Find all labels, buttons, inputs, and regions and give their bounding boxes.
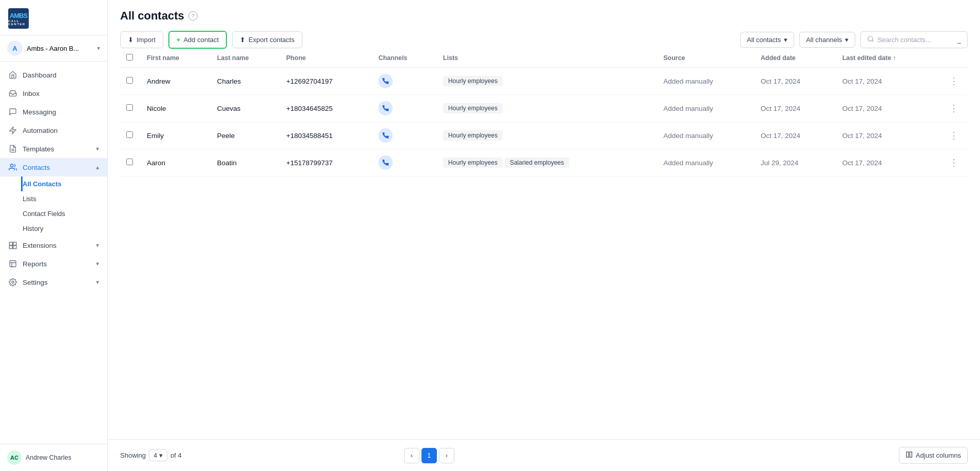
- chevron-down-icon: ▾: [96, 242, 99, 249]
- cell-first-name: Aaron: [141, 149, 211, 176]
- automation-icon: [8, 126, 17, 135]
- sidebar-item-templates[interactable]: Templates ▾: [0, 140, 107, 158]
- showing-info: Showing 4 ▾ of 4: [120, 449, 182, 461]
- account-switcher[interactable]: A Ambs - Aaron B... ▾: [0, 35, 107, 62]
- sidebar-item-label: Automation: [23, 127, 99, 134]
- cell-last-name: Peele: [211, 122, 280, 149]
- phone-channel-icon: [378, 74, 393, 88]
- cell-source: Added manually: [657, 68, 755, 95]
- contacts-submenu: All Contacts Lists Contact Fields Histor…: [0, 176, 107, 236]
- col-added-date[interactable]: Added date: [755, 49, 836, 68]
- sidebar-item-lists[interactable]: Lists: [23, 191, 107, 206]
- cell-lists: Hourly employeesSalaried employees: [437, 149, 657, 176]
- sidebar-item-messaging[interactable]: Messaging: [0, 103, 107, 121]
- adjust-columns-button[interactable]: Adjust columns: [899, 447, 968, 464]
- search-box[interactable]: _: [860, 31, 968, 48]
- sidebar: AMBS CALL CENTER A Ambs - Aaron B... ▾ D…: [0, 0, 108, 471]
- sidebar-item-extensions[interactable]: Extensions ▾: [0, 236, 107, 254]
- chevron-down-icon: ▾: [845, 36, 849, 44]
- add-contact-button[interactable]: + Add contact: [168, 31, 227, 49]
- sidebar-item-history[interactable]: History: [23, 221, 107, 236]
- list-tag: Salaried employees: [505, 158, 569, 168]
- cell-phone: +12692704197: [280, 68, 373, 95]
- sidebar-item-contact-fields[interactable]: Contact Fields: [23, 206, 107, 221]
- row-checkbox[interactable]: [126, 104, 133, 111]
- reports-icon: [8, 259, 17, 268]
- row-more-button[interactable]: ⋮: [946, 74, 962, 88]
- sidebar-item-dashboard[interactable]: Dashboard: [0, 66, 107, 84]
- sidebar-item-inbox[interactable]: Inbox: [0, 84, 107, 103]
- col-phone[interactable]: Phone: [280, 49, 373, 68]
- pagination: ‹ 1 ›: [404, 448, 454, 463]
- cell-last-edited: Oct 17, 2024: [836, 68, 940, 95]
- page-size-select[interactable]: 4 ▾: [149, 449, 167, 461]
- row-more-button[interactable]: ⋮: [946, 129, 962, 142]
- import-icon: ⬇: [128, 36, 133, 44]
- help-icon[interactable]: ?: [188, 11, 198, 21]
- sidebar-nav: Dashboard Inbox Messaging Automation: [0, 62, 107, 444]
- cursor-indicator: _: [957, 36, 961, 44]
- page-1-button[interactable]: 1: [421, 448, 437, 463]
- import-button[interactable]: ⬇ Import: [120, 31, 163, 48]
- col-lists[interactable]: Lists: [437, 49, 657, 68]
- account-name: Ambs - Aaron B...: [27, 45, 93, 52]
- svg-rect-6: [9, 246, 12, 249]
- select-all-checkbox[interactable]: [126, 54, 133, 61]
- cell-phone: +18034588451: [280, 122, 373, 149]
- row-checkbox[interactable]: [126, 131, 133, 138]
- list-tag: Hourly employees: [443, 76, 503, 86]
- cell-last-name: Charles: [211, 68, 280, 95]
- sidebar-item-automation[interactable]: Automation: [0, 121, 107, 140]
- chevron-up-icon: ▴: [96, 164, 99, 171]
- col-first-name[interactable]: First name: [141, 49, 211, 68]
- col-source[interactable]: Source: [657, 49, 755, 68]
- list-tag: Hourly employees: [443, 103, 503, 113]
- showing-label: Showing: [120, 452, 146, 459]
- export-contacts-button[interactable]: ⬆ Export contacts: [232, 31, 302, 48]
- cell-first-name: Andrew: [141, 68, 211, 95]
- sidebar-item-contacts[interactable]: Contacts ▴: [0, 158, 107, 176]
- svg-rect-4: [9, 242, 12, 245]
- svg-point-9: [12, 281, 14, 283]
- search-icon: [867, 35, 874, 44]
- cell-lists: Hourly employees: [437, 95, 657, 122]
- cell-channels: [372, 122, 437, 149]
- sidebar-item-settings[interactable]: Settings ▾: [0, 273, 107, 291]
- sidebar-item-label: Contacts: [23, 164, 91, 171]
- sidebar-item-label: Messaging: [23, 108, 99, 116]
- svg-rect-7: [13, 246, 16, 249]
- row-checkbox[interactable]: [126, 77, 133, 84]
- chevron-down-icon: ▾: [159, 452, 163, 459]
- toolbar-right: All contacts ▾ All channels ▾ _: [740, 31, 968, 48]
- svg-rect-13: [910, 452, 912, 458]
- all-contacts-filter[interactable]: All contacts ▾: [740, 32, 794, 48]
- table-row: AaronBoatin+15178799737Hourly employeesS…: [120, 149, 968, 176]
- row-more-button[interactable]: ⋮: [946, 102, 962, 115]
- col-last-edited[interactable]: Last edited date ↑: [836, 49, 940, 68]
- logo: AMBS CALL CENTER: [0, 0, 107, 35]
- cell-source: Added manually: [657, 149, 755, 176]
- row-more-button[interactable]: ⋮: [946, 156, 962, 169]
- search-input[interactable]: [877, 36, 954, 44]
- page-header: All contacts ? ⬇ Import + Add contact ⬆ …: [108, 0, 980, 49]
- sidebar-item-all-contacts[interactable]: All Contacts: [21, 176, 107, 191]
- columns-icon: [906, 451, 913, 460]
- sort-asc-icon: ↑: [893, 54, 896, 62]
- col-last-name[interactable]: Last name: [211, 49, 280, 68]
- cell-lists: Hourly employees: [437, 122, 657, 149]
- prev-page-button[interactable]: ‹: [404, 448, 419, 463]
- next-page-button[interactable]: ›: [439, 448, 454, 463]
- main-content: All contacts ? ⬇ Import + Add contact ⬆ …: [108, 0, 980, 471]
- settings-icon: [8, 278, 17, 287]
- svg-point-10: [868, 36, 873, 41]
- row-checkbox[interactable]: [126, 159, 133, 165]
- page-title-row: All contacts ?: [120, 9, 968, 23]
- sidebar-item-label: Settings: [23, 279, 91, 286]
- table-body: AndrewCharles+12692704197Hourly employee…: [120, 68, 968, 176]
- logo-icon: AMBS CALL CENTER: [8, 8, 29, 29]
- cell-last-name: Cuevas: [211, 95, 280, 122]
- all-channels-filter[interactable]: All channels ▾: [799, 32, 855, 48]
- cell-added-date: Oct 17, 2024: [755, 95, 836, 122]
- sidebar-item-reports[interactable]: Reports ▾: [0, 254, 107, 273]
- col-channels[interactable]: Channels: [372, 49, 437, 68]
